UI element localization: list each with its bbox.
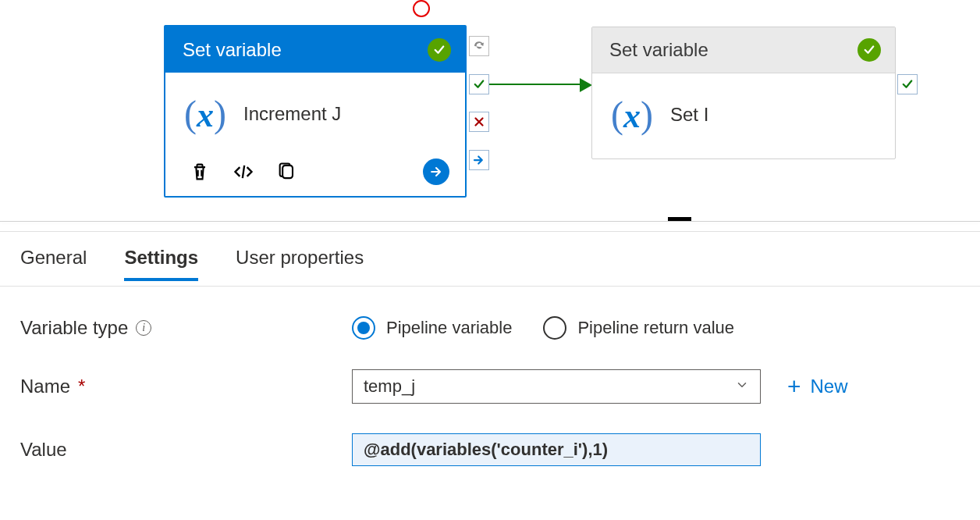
activity-type-label: Set variable (609, 39, 708, 61)
tab-general[interactable]: General (20, 247, 87, 281)
value-expression-text: @add(variables('counter_i'),1) (364, 440, 608, 460)
value-label: Value (20, 439, 67, 461)
name-label: Name (20, 376, 70, 397)
activity-type-label: Set variable (183, 39, 282, 61)
connector-completion-icon[interactable] (469, 36, 489, 56)
activity-node-increment-j[interactable]: Set variable (x) Increment J (164, 25, 467, 198)
new-variable-button[interactable]: + New (787, 375, 848, 398)
activity-name-label: Increment J (243, 103, 341, 125)
variable-type-label: Variable type (20, 317, 128, 339)
panel-divider (0, 221, 980, 222)
panel-resize-handle[interactable] (668, 217, 691, 221)
resize-handle-top[interactable] (413, 0, 430, 17)
activity-body: (x) Set I (592, 73, 895, 155)
connector-skip-icon[interactable] (469, 150, 489, 170)
radio-label: Pipeline variable (386, 318, 512, 338)
chevron-down-icon (735, 376, 749, 397)
status-success-icon (858, 38, 881, 62)
radio-dot-icon (352, 316, 375, 340)
connector-success-icon[interactable] (897, 74, 918, 94)
radio-pipeline-variable[interactable]: Pipeline variable (352, 316, 512, 340)
tabs-underline (0, 286, 980, 287)
copy-button[interactable] (276, 161, 298, 183)
connector-failure-icon[interactable] (469, 112, 489, 132)
radio-pipeline-return-value[interactable]: Pipeline return value (543, 316, 734, 340)
connector-arrow[interactable] (489, 84, 581, 85)
next-button[interactable] (423, 158, 449, 185)
activity-header: Set variable (592, 27, 895, 73)
connector-success-icon[interactable] (469, 74, 489, 94)
delete-button[interactable] (189, 161, 211, 183)
code-button[interactable] (233, 161, 254, 183)
activity-name-label: Set I (670, 104, 708, 126)
connector-arrow-head (580, 78, 592, 92)
activity-header: Set variable (165, 27, 465, 73)
activity-node-set-i[interactable]: Set variable (x) Set I (591, 27, 896, 159)
value-expression-input[interactable]: @add(variables('counter_i'),1) (352, 433, 761, 466)
panel-divider (0, 231, 980, 232)
tab-settings[interactable]: Settings (124, 247, 198, 281)
tab-user-properties[interactable]: User properties (236, 247, 364, 281)
radio-dot-icon (543, 316, 566, 340)
name-select-value: temp_j (364, 376, 415, 397)
variable-icon: (x) (184, 92, 226, 135)
radio-label: Pipeline return value (577, 318, 734, 338)
required-asterisk: * (78, 376, 85, 397)
name-select[interactable]: temp_j (352, 369, 761, 404)
info-icon[interactable]: i (136, 320, 151, 336)
status-success-icon (428, 38, 451, 62)
variable-icon: (x) (611, 93, 653, 136)
activity-body: (x) Increment J (165, 73, 465, 154)
new-label: New (811, 376, 848, 397)
plus-icon: + (787, 375, 801, 398)
svg-rect-0 (282, 166, 293, 178)
